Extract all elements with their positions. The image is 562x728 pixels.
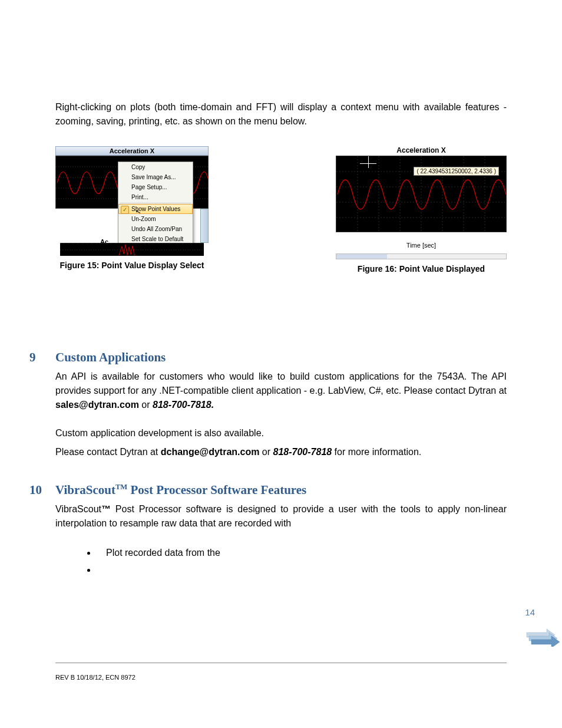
- section-10-number: 10: [29, 483, 55, 498]
- menu-copy[interactable]: Copy: [118, 162, 193, 172]
- section-9-p3: Please contact Dytran at dchange@dytran.…: [55, 445, 507, 459]
- page-number: 14: [525, 607, 535, 617]
- fig16-title: Acceleration X: [336, 146, 507, 154]
- section-9-heading: 9 Custom Applications: [55, 350, 507, 365]
- section-9-number: 9: [29, 350, 55, 365]
- intro-paragraph: Right-clicking on plots (both time-domai…: [55, 100, 507, 129]
- footer-rule: [55, 663, 507, 663]
- section-9-p1: An API is available for customers who wo…: [55, 370, 507, 412]
- section-10-bullets: Plot recorded data from the: [55, 545, 507, 579]
- fig16-caption: Figure 16: Point Value Displayed: [336, 264, 507, 274]
- phone-1: 818-700-7818.: [153, 400, 214, 410]
- fig16-scrollbar[interactable]: [336, 253, 507, 259]
- menu-page-setup[interactable]: Page Setup...: [118, 182, 193, 192]
- figures-row: Acceleration X Copy Save Image A: [55, 146, 507, 274]
- section-9-title: Custom Applications: [55, 350, 166, 365]
- section-10-heading: 10 VibraScoutTM Post Processor Software …: [55, 483, 507, 498]
- fig15-titlebar: Acceleration X: [55, 146, 209, 156]
- fig15-scrollbar[interactable]: [200, 209, 209, 243]
- email-dchange: dchange@dytran.com: [161, 447, 260, 457]
- figure-15: Acceleration X Copy Save Image A: [55, 146, 209, 274]
- section-10-title: VibraScoutTM Post Processor Software Fea…: [55, 483, 306, 498]
- point-value-tooltip: ( 22.4394531250002, 2.4336 ): [414, 167, 499, 176]
- phone-2: 818-700-7818: [273, 447, 332, 457]
- menu-print[interactable]: Print...: [118, 192, 193, 202]
- decorative-arrow-icon: [521, 628, 562, 647]
- tm-mark: TM: [115, 483, 127, 491]
- section-10-p1: VibraScout™ Post Processor software is d…: [55, 502, 507, 531]
- footer-text: REV B 10/18/12, ECN 8972: [55, 674, 135, 681]
- figure-16: Acceleration X: [336, 146, 507, 274]
- fig15-lower-area: Ac: [55, 209, 209, 256]
- menu-separator: [120, 203, 191, 203]
- email-sales: sales@dytran.com: [55, 400, 139, 410]
- fig16-xlabel: Time [sec]: [336, 242, 507, 249]
- fig15-bottom-plot: [60, 243, 204, 256]
- menu-save-image[interactable]: Save Image As...: [118, 172, 193, 182]
- section-9-p2: Custom application development is also a…: [55, 426, 507, 440]
- fig16-plot-area: ( 22.4394531250002, 2.4336 ): [336, 156, 507, 232]
- bullet-1: Plot recorded data from the: [97, 545, 507, 562]
- bullet-2: [97, 562, 507, 579]
- fig15-caption: Figure 15: Point Value Display Select: [55, 261, 209, 270]
